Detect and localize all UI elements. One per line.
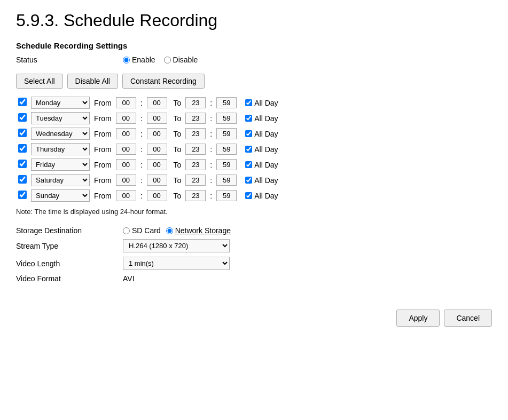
to-label: To [169, 95, 184, 110]
video-format-text: AVI [123, 274, 135, 283]
schedule-row: MondayTuesdayWednesdayThursdayFridaySatu… [16, 172, 280, 188]
from-min-input[interactable] [147, 175, 167, 186]
cancel-button[interactable]: Cancel [444, 310, 492, 327]
row-day-select[interactable]: MondayTuesdayWednesdayThursdayFridaySatu… [31, 174, 90, 186]
to-label: To [169, 157, 184, 172]
colon-1: : [138, 172, 145, 188]
to-min-cell [214, 126, 239, 141]
storage-destination-row: Storage Destination SD Card Network Stor… [16, 226, 492, 235]
to-label: To [169, 172, 184, 188]
from-hour-input[interactable] [116, 159, 136, 170]
sd-card-label: SD Card [132, 226, 161, 235]
select-all-button[interactable]: Select All [16, 74, 63, 89]
from-hour-input[interactable] [116, 175, 136, 186]
from-hour-cell [114, 157, 138, 172]
from-label: From [92, 188, 114, 203]
colon-2: : [208, 188, 214, 203]
row-checkbox-cell [16, 95, 29, 110]
row-day-select[interactable]: MondayTuesdayWednesdayThursdayFridaySatu… [31, 143, 90, 155]
colon-1: : [138, 157, 145, 172]
from-hour-input[interactable] [116, 190, 136, 201]
from-min-input[interactable] [147, 190, 167, 201]
to-label: To [169, 188, 184, 203]
to-hour-input[interactable] [185, 144, 206, 155]
row-day-select[interactable]: MondayTuesdayWednesdayThursdayFridaySatu… [31, 159, 90, 171]
to-min-input[interactable] [216, 97, 237, 108]
from-min-input[interactable] [147, 159, 167, 170]
from-min-input[interactable] [147, 144, 167, 155]
to-min-input[interactable] [216, 159, 237, 170]
action-buttons: Select All Disable All Constant Recordin… [16, 74, 492, 89]
colon-1: : [138, 126, 145, 141]
from-hour-cell [114, 172, 138, 188]
sd-card-radio-label[interactable]: SD Card [123, 226, 161, 235]
allday-label: All Day [254, 192, 278, 200]
schedule-row: MondayTuesdayWednesdayThursdayFridaySatu… [16, 126, 280, 141]
allday-checkbox[interactable] [245, 161, 252, 168]
to-hour-input[interactable] [185, 113, 206, 124]
to-hour-input[interactable] [185, 159, 206, 170]
row-day-select[interactable]: MondayTuesdayWednesdayThursdayFridaySatu… [31, 97, 90, 109]
to-hour-cell [183, 110, 208, 126]
row-checkbox[interactable] [18, 144, 27, 153]
row-checkbox[interactable] [18, 129, 27, 137]
from-hour-input[interactable] [116, 128, 136, 139]
to-min-input[interactable] [216, 113, 237, 124]
to-hour-input[interactable] [185, 190, 206, 201]
enable-radio-label[interactable]: Enable [123, 56, 155, 64]
row-day-cell: MondayTuesdayWednesdayThursdayFridaySatu… [29, 95, 92, 110]
video-length-value: 1 min(s)3 min(s)5 min(s)10 min(s) [123, 257, 230, 270]
from-min-cell [145, 172, 169, 188]
to-hour-cell [183, 141, 208, 157]
from-hour-input[interactable] [116, 113, 136, 124]
disable-radio[interactable] [164, 57, 171, 64]
apply-button[interactable]: Apply [396, 310, 440, 327]
network-storage-radio[interactable] [166, 227, 173, 234]
row-checkbox[interactable] [18, 98, 27, 106]
row-day-cell: MondayTuesdayWednesdayThursdayFridaySatu… [29, 126, 92, 141]
allday-checkbox[interactable] [245, 192, 252, 199]
video-length-select[interactable]: 1 min(s)3 min(s)5 min(s)10 min(s) [123, 257, 230, 270]
row-checkbox[interactable] [18, 191, 27, 199]
network-storage-radio-label[interactable]: Network Storage [166, 226, 231, 235]
allday-checkbox[interactable] [245, 146, 252, 153]
from-min-input[interactable] [147, 97, 167, 108]
allday-checkbox[interactable] [245, 99, 252, 106]
from-min-cell [145, 126, 169, 141]
stream-type-select[interactable]: H.264 (1280 x 720)H.264 (640 x 480)MJPEG… [123, 239, 230, 252]
to-min-input[interactable] [216, 144, 237, 155]
row-day-select[interactable]: MondayTuesdayWednesdayThursdayFridaySatu… [31, 189, 90, 202]
allday-cell: All Day [239, 141, 280, 157]
disable-all-button[interactable]: Disable All [67, 74, 118, 89]
colon-1: : [138, 141, 145, 157]
row-checkbox[interactable] [18, 175, 27, 184]
to-hour-input[interactable] [185, 175, 206, 186]
row-day-select[interactable]: MondayTuesdayWednesdayThursdayFridaySatu… [31, 112, 90, 124]
constant-recording-button[interactable]: Constant Recording [122, 74, 205, 89]
row-checkbox[interactable] [18, 113, 27, 122]
from-min-input[interactable] [147, 128, 167, 139]
from-hour-input[interactable] [116, 97, 136, 108]
to-min-input[interactable] [216, 128, 237, 139]
colon-2: : [208, 172, 214, 188]
enable-label: Enable [132, 56, 155, 64]
from-label: From [92, 141, 114, 157]
allday-checkbox[interactable] [245, 115, 252, 122]
from-hour-input[interactable] [116, 144, 136, 155]
to-min-input[interactable] [216, 190, 237, 201]
to-hour-input[interactable] [185, 128, 206, 139]
sd-card-radio[interactable] [123, 227, 130, 234]
allday-cell: All Day [239, 157, 280, 172]
colon-2: : [208, 110, 214, 126]
allday-checkbox[interactable] [245, 130, 252, 137]
enable-radio[interactable] [123, 57, 130, 64]
from-min-input[interactable] [147, 113, 167, 124]
from-label: From [92, 157, 114, 172]
disable-radio-label[interactable]: Disable [164, 56, 198, 64]
row-day-select[interactable]: MondayTuesdayWednesdayThursdayFridaySatu… [31, 128, 90, 140]
row-checkbox[interactable] [18, 160, 27, 168]
allday-checkbox[interactable] [245, 177, 252, 184]
from-hour-cell [114, 95, 138, 110]
to-hour-input[interactable] [185, 97, 206, 108]
to-min-input[interactable] [216, 175, 237, 186]
